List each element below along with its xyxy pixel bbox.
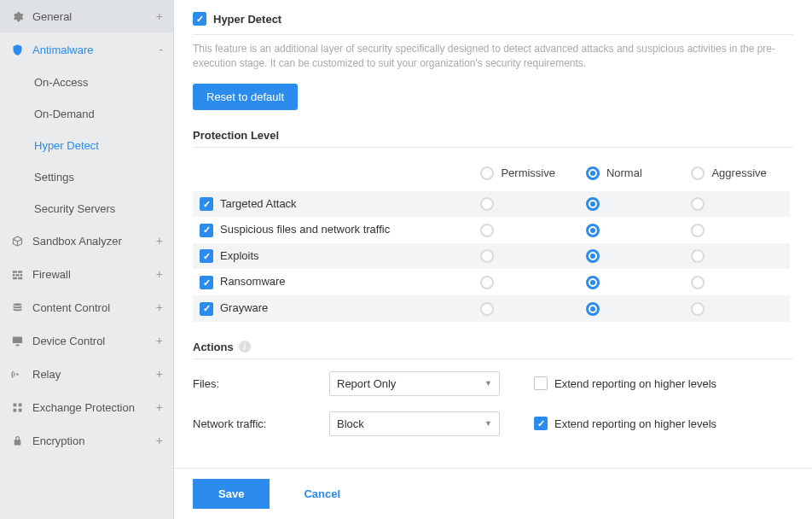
sidebar-item-content-control[interactable]: Content Control + — [0, 291, 173, 324]
expand-icon: + — [156, 434, 163, 447]
radio-normal[interactable] — [586, 197, 600, 211]
files-label: Files: — [193, 377, 329, 390]
col-header: Permissive — [501, 166, 555, 179]
row-label: Suspicious files and network traffic — [220, 223, 390, 236]
radio-normal[interactable] — [586, 249, 600, 263]
extend-files-checkbox[interactable] — [534, 376, 548, 390]
stack-icon — [10, 300, 24, 314]
sidebar-item-firewall[interactable]: Firewall + — [0, 258, 173, 291]
hyper-detect-toggle[interactable] — [193, 12, 206, 26]
radio-permissive[interactable] — [480, 249, 494, 263]
signal-icon — [10, 367, 24, 381]
collapse-icon: - — [159, 43, 163, 56]
table-row: Suspicious files and network traffic — [193, 217, 790, 243]
sidebar-sub-on-demand[interactable]: On-Demand — [34, 98, 173, 130]
sidebar-item-encryption[interactable]: Encryption + — [0, 424, 173, 458]
sidebar-sub-security-servers[interactable]: Security Servers — [34, 193, 173, 225]
sidebar-item-device-control[interactable]: Device Control + — [0, 324, 173, 358]
files-action-select[interactable]: Report Only ▼ — [329, 371, 500, 396]
expand-icon: + — [156, 267, 163, 281]
sidebar: General + Antimalware - On-Access On-Dem… — [0, 0, 174, 519]
cube-icon — [10, 234, 24, 248]
col-header: Aggressive — [711, 166, 766, 179]
table-row: Ransomware — [193, 269, 790, 295]
protection-level-heading: Protection Level — [193, 129, 793, 148]
col-header: Normal — [606, 166, 642, 179]
sidebar-item-label: Exchange Protection — [32, 401, 135, 414]
cancel-button[interactable]: Cancel — [304, 487, 340, 500]
radio-permissive[interactable] — [480, 197, 494, 211]
sidebar-sub-on-access[interactable]: On-Access — [34, 67, 173, 98]
select-value: Report Only — [337, 377, 396, 390]
lock-icon — [10, 434, 24, 447]
sidebar-item-label: Content Control — [32, 301, 110, 314]
expand-icon: + — [156, 400, 163, 414]
sidebar-item-label: Relay — [32, 368, 61, 381]
radio-aggressive[interactable] — [691, 197, 705, 211]
radio-aggressive[interactable] — [691, 224, 705, 237]
row-checkbox[interactable] — [200, 197, 213, 211]
expand-icon: + — [156, 334, 163, 347]
row-checkbox[interactable] — [200, 249, 213, 263]
expand-icon: + — [156, 234, 163, 248]
radio-normal[interactable] — [586, 276, 600, 289]
chevron-down-icon: ▼ — [484, 419, 492, 428]
extend-network-checkbox[interactable] — [534, 417, 548, 430]
table-row: Targeted Attack — [193, 191, 790, 218]
radio-aggressive[interactable] — [691, 302, 705, 316]
actions-heading: Actions i — [193, 341, 793, 359]
radio-normal[interactable] — [586, 224, 600, 237]
sidebar-item-exchange[interactable]: Exchange Protection + — [0, 391, 173, 424]
monitor-icon — [10, 334, 24, 347]
network-action-select[interactable]: Block ▼ — [329, 411, 500, 436]
network-label: Network traffic: — [193, 417, 329, 430]
sidebar-item-label: Device Control — [32, 335, 105, 347]
page-title: Hyper Detect — [213, 13, 281, 26]
wall-icon — [10, 267, 24, 281]
table-row: Grayware — [193, 295, 790, 322]
sidebar-item-antimalware[interactable]: Antimalware - — [0, 33, 173, 67]
gear-icon — [10, 9, 24, 23]
exchange-icon — [10, 400, 24, 414]
row-label: Grayware — [220, 301, 268, 314]
reset-default-button[interactable]: Reset to default — [193, 84, 298, 110]
info-icon: i — [239, 341, 251, 353]
protection-level-table: Permissive Normal Aggressive Targeted At… — [193, 158, 790, 322]
sidebar-sub-settings[interactable]: Settings — [34, 161, 173, 193]
row-checkbox[interactable] — [200, 276, 213, 289]
row-label: Targeted Attack — [220, 197, 297, 210]
chevron-down-icon: ▼ — [484, 379, 492, 388]
radio-normal[interactable] — [586, 302, 600, 316]
radio-permissive[interactable] — [480, 276, 494, 289]
sidebar-sub-hyper-detect[interactable]: Hyper Detect — [34, 130, 173, 161]
table-row: Exploits — [193, 243, 790, 270]
shield-icon — [10, 43, 24, 56]
sidebar-item-label: Firewall — [32, 268, 71, 281]
sidebar-item-relay[interactable]: Relay + — [0, 358, 173, 391]
radio-permissive-all[interactable] — [480, 166, 494, 180]
sidebar-submenu-antimalware: On-Access On-Demand Hyper Detect Setting… — [0, 67, 173, 225]
extend-network-label: Extend reporting on higher levels — [554, 417, 716, 430]
radio-normal-all[interactable] — [586, 166, 600, 180]
sidebar-item-general[interactable]: General + — [0, 0, 173, 33]
row-checkbox[interactable] — [200, 224, 213, 237]
expand-icon: + — [156, 300, 163, 314]
radio-aggressive[interactable] — [691, 249, 705, 263]
sidebar-item-label: Sandbox Analyzer — [32, 235, 122, 248]
radio-permissive[interactable] — [480, 302, 494, 316]
feature-description: This feature is an additional layer of s… — [193, 34, 793, 72]
sidebar-item-label: General — [32, 10, 72, 23]
radio-permissive[interactable] — [480, 224, 494, 237]
expand-icon: + — [156, 367, 163, 381]
sidebar-item-label: Encryption — [32, 434, 84, 447]
row-checkbox[interactable] — [200, 302, 213, 316]
radio-aggressive[interactable] — [691, 276, 705, 289]
radio-aggressive-all[interactable] — [691, 166, 705, 180]
expand-icon: + — [156, 9, 163, 23]
row-label: Exploits — [220, 249, 259, 262]
sidebar-item-sandbox[interactable]: Sandbox Analyzer + — [0, 225, 173, 258]
row-label: Ransomware — [220, 275, 286, 288]
sidebar-item-label: Antimalware — [32, 44, 94, 56]
extend-files-label: Extend reporting on higher levels — [554, 377, 716, 390]
save-button[interactable]: Save — [193, 479, 270, 509]
